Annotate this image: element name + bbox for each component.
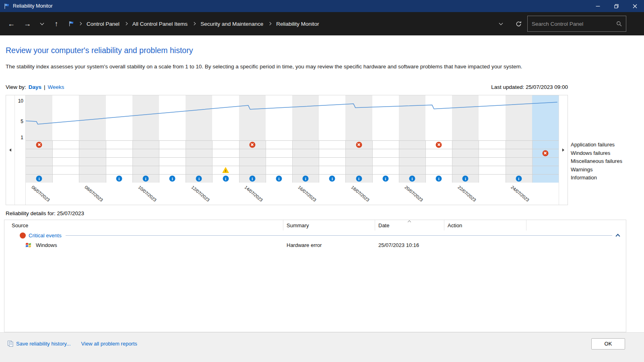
- breadcrumb-item-control-panel[interactable]: Control Panel: [84, 19, 122, 29]
- y-axis-tick: 5: [21, 118, 23, 125]
- information-icon[interactable]: i: [462, 175, 469, 181]
- chart-date-label: 22/07/2023: [457, 185, 477, 203]
- grid-hline: [26, 174, 559, 175]
- column-header-summary[interactable]: Summary: [283, 220, 375, 230]
- information-icon[interactable]: i: [436, 175, 442, 181]
- close-button[interactable]: [625, 0, 644, 12]
- application-failures-icon[interactable]: [36, 142, 42, 148]
- search-input[interactable]: [532, 21, 616, 27]
- information-icon[interactable]: i: [36, 175, 42, 181]
- critical-error-icon: [20, 232, 26, 239]
- grid-vline: [212, 140, 213, 183]
- chart-legend: Application failures Windows failures Mi…: [571, 141, 622, 182]
- chart-scroll-right-button[interactable]: [559, 95, 568, 205]
- breadcrumb-item-reliability-monitor[interactable]: Reliability Monitor: [274, 19, 322, 29]
- information-icon[interactable]: i: [223, 175, 229, 181]
- chart-date-band: 06/07/202308/07/202310/07/202312/07/2023…: [26, 183, 559, 205]
- information-icon[interactable]: i: [329, 175, 335, 181]
- save-report-icon: [7, 340, 14, 347]
- grid-vline: [506, 140, 506, 183]
- legend-windows-failures: Windows failures: [571, 149, 622, 158]
- recent-pages-dropdown-icon[interactable]: [35, 16, 48, 32]
- chart-date-label: 06/07/2023: [31, 185, 51, 203]
- column-header-action[interactable]: Action: [444, 220, 526, 230]
- ok-button[interactable]: OK: [591, 338, 625, 350]
- restore-button[interactable]: [607, 0, 625, 12]
- grid-vline: [319, 140, 319, 183]
- chart-date-label: 10/07/2023: [137, 185, 157, 203]
- up-button[interactable]: ↑: [48, 16, 64, 32]
- breadcrumb-chevron-icon[interactable]: [190, 23, 198, 25]
- window-title: Reliability Monitor: [13, 3, 53, 9]
- table-row[interactable]: Windows Hardware error 25/07/2023 10:16: [4, 240, 626, 250]
- back-button[interactable]: ←: [3, 16, 19, 32]
- chart-date-label: 12/07/2023: [190, 185, 211, 203]
- grid-vline: [239, 140, 239, 183]
- grid-vline: [159, 140, 159, 183]
- information-icon[interactable]: i: [169, 175, 175, 181]
- refresh-icon[interactable]: [510, 16, 527, 32]
- information-icon[interactable]: i: [116, 175, 122, 181]
- information-icon[interactable]: i: [276, 175, 282, 181]
- navigation-bar: ← → ↑ Control Panel All Control Panel It…: [0, 12, 644, 35]
- information-icon[interactable]: i: [142, 175, 149, 181]
- view-by-days-link[interactable]: Days: [29, 84, 41, 90]
- scroll-left-icon: [9, 148, 11, 152]
- footer-bar: Save reliability history... View all pro…: [0, 332, 644, 362]
- row-summary: Hardware error: [283, 242, 375, 248]
- save-reliability-history-link[interactable]: Save reliability history...: [16, 341, 71, 347]
- collapse-group-icon[interactable]: [615, 234, 620, 238]
- view-by-label: View by:: [6, 84, 26, 90]
- critical-events-group-row[interactable]: Critical events: [4, 230, 626, 240]
- legend-miscellaneous-failures: Miscellaneous failures: [571, 157, 622, 166]
- chart-date-label: 18/07/2023: [351, 185, 371, 203]
- address-dropdown-icon[interactable]: [492, 16, 510, 32]
- main-content: Review your computer's reliability and p…: [0, 35, 644, 332]
- windows-logo-icon: [25, 242, 32, 248]
- grid-vline: [345, 140, 346, 183]
- table-header: Source Summary Date Action: [4, 220, 626, 230]
- windows-failures-icon[interactable]: [542, 150, 548, 156]
- group-label: Critical events: [29, 232, 62, 239]
- information-icon[interactable]: i: [196, 175, 202, 181]
- minimize-button[interactable]: [588, 0, 607, 12]
- chart-date-label: 16/07/2023: [297, 185, 317, 203]
- information-icon[interactable]: i: [382, 175, 388, 181]
- breadcrumb-item-all-control-panel-items[interactable]: All Control Panel Items: [130, 19, 190, 29]
- breadcrumb-chevron-icon[interactable]: [76, 23, 84, 25]
- chart-date-label: 24/07/2023: [510, 185, 530, 203]
- column-header-date[interactable]: Date: [375, 220, 444, 230]
- information-icon[interactable]: i: [409, 175, 415, 181]
- grid-vline: [425, 140, 426, 183]
- chart-date-label: 14/07/2023: [244, 185, 264, 203]
- view-by-separator: |: [44, 84, 45, 90]
- row-source: Windows: [36, 242, 57, 248]
- y-axis-tick: 1: [21, 134, 23, 141]
- application-failures-icon[interactable]: [436, 142, 442, 148]
- breadcrumb-chevron-icon[interactable]: [266, 23, 274, 25]
- forward-button[interactable]: →: [19, 16, 35, 32]
- stability-index-line: [26, 95, 559, 140]
- grid-hline: [26, 149, 559, 149]
- grid-hline: [26, 140, 559, 141]
- information-icon[interactable]: i: [516, 175, 522, 181]
- information-icon[interactable]: i: [303, 175, 309, 181]
- breadcrumb-chevron-icon[interactable]: [122, 23, 130, 25]
- information-icon[interactable]: i: [356, 175, 362, 181]
- information-icon[interactable]: i: [249, 175, 255, 181]
- column-header-source[interactable]: Source: [4, 220, 283, 230]
- view-all-problem-reports-link[interactable]: View all problem reports: [81, 341, 137, 347]
- search-icon[interactable]: [616, 21, 622, 27]
- chart-scroll-left-button[interactable]: [6, 95, 15, 205]
- grid-hline: [26, 157, 559, 158]
- view-by-weeks-link[interactable]: Weeks: [48, 84, 64, 90]
- last-updated-text: Last updated: 25/07/2023 09:00: [491, 84, 568, 90]
- reliability-flag-icon: [4, 3, 10, 9]
- breadcrumb-item-security-and-maintenance[interactable]: Security and Maintenance: [198, 19, 266, 29]
- application-failures-icon[interactable]: [356, 142, 362, 148]
- title-bar: Reliability Monitor: [0, 0, 644, 12]
- grid-vline: [106, 140, 106, 183]
- application-failures-icon[interactable]: [249, 142, 255, 148]
- grid-vline: [266, 140, 266, 183]
- scroll-right-icon: [562, 148, 564, 152]
